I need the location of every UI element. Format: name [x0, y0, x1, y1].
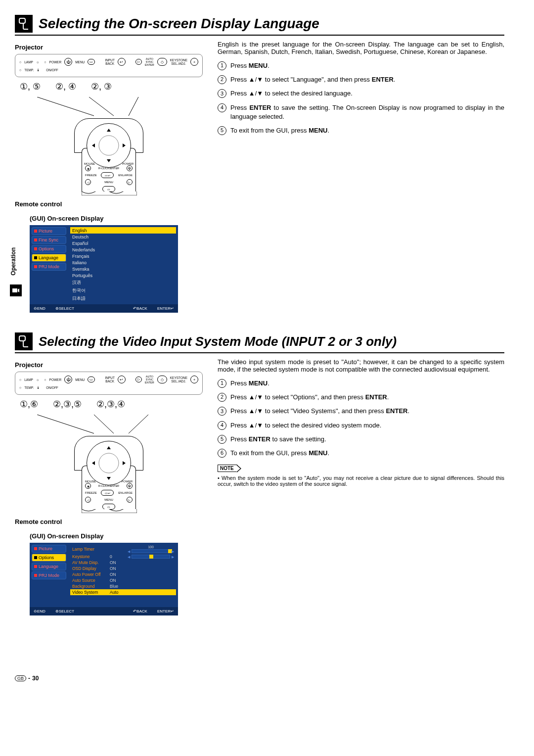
step-item: 3Press ▲/▼ to select the desired languag… — [218, 89, 504, 98]
step-text: Press ▲/▼ to select the desired video sy… — [230, 421, 504, 430]
step-item: 6To exit from the GUI, press MENU. — [218, 449, 504, 458]
seladj-button-icon: ◇ — [157, 58, 167, 66]
svg-rect-0 — [12, 288, 17, 292]
svg-marker-18 — [123, 461, 126, 465]
svg-marker-6 — [107, 129, 111, 132]
step-text: Press ▲/▼ to select the desired language… — [230, 89, 504, 98]
step-text: To exit from the GUI, press MENU. — [230, 126, 504, 135]
step-pointer-refs: ①,⑥ ②,③,⑤ ②,③,④ — [20, 399, 203, 410]
remote-illustration: MOUSE POWER ◉R-CLICK/ENTER⏻ FREEZE▭↩ENLA… — [59, 436, 158, 515]
gb-pill: GB — [15, 675, 26, 681]
gui-enter: ENTER↵ — [157, 306, 174, 311]
step-text: Press ▲/▼ to select "Language", and then… — [230, 75, 504, 84]
step-item: 4Press ▲/▼ to select the desired video s… — [218, 421, 504, 430]
gui-select: ⊜SELECT — [55, 306, 74, 311]
svg-marker-9 — [123, 143, 126, 147]
gui-screenshot-language: PictureFine SyncOptionsLanguagePRJ Mode … — [30, 225, 178, 313]
step-number: 2 — [218, 75, 226, 84]
gui-tab: Language — [32, 254, 66, 262]
page-number: 30 — [32, 675, 39, 682]
step-number: 3 — [218, 407, 226, 416]
svg-line-4 — [129, 97, 138, 116]
side-tab-icon — [10, 284, 22, 296]
step-number: 1 — [218, 61, 226, 70]
remote-title-icon — [15, 332, 33, 350]
projector-label: Projector — [15, 44, 203, 51]
gui-footer: ⊖END ⊜SELECT ↶BACK ENTER↵ — [30, 607, 178, 615]
step-text: Press ▲/▼ to select "Video Systems", and… — [230, 407, 504, 416]
step-pointer-refs: ①, ⑤ ②, ④ ②, ③ — [20, 81, 203, 92]
gui-end: ⊖END — [34, 609, 45, 614]
gui-language-item: 한국어 — [70, 286, 176, 294]
gui-enter: ENTER↵ — [157, 609, 174, 614]
svg-line-12 — [94, 415, 114, 433]
step-item: 2Press ▲/▼ to select "Options", and then… — [218, 393, 504, 402]
gui-option-row: Auto Power OffON — [70, 571, 176, 577]
step-number: 4 — [218, 103, 226, 112]
svg-line-11 — [37, 415, 94, 433]
autosync-button-icon: ▷ — [135, 59, 142, 65]
step-number: 4 — [218, 421, 226, 430]
menu-button-icon: ▭ — [88, 59, 95, 65]
gui-language-item: Deutsch — [70, 234, 176, 240]
gui-option-row: Keystone0◀▶ — [70, 554, 176, 560]
svg-marker-17 — [92, 461, 95, 465]
gui-end: ⊖END — [34, 306, 45, 311]
gui-language-item: 日本語 — [70, 294, 176, 302]
gui-tab: Picture — [32, 545, 66, 553]
gui-language-item: Svenska — [70, 266, 176, 272]
pointer-lines-icon — [15, 97, 203, 117]
gui-language-item: Español — [70, 240, 176, 246]
gui-language-item: Português — [70, 272, 176, 279]
step-item: 4Press ENTER to save the setting. The On… — [218, 103, 504, 121]
gui-select: ⊜SELECT — [55, 609, 74, 614]
svg-line-3 — [89, 97, 114, 116]
steps-list: 1Press MENU.2Press ▲/▼ to select "Langua… — [218, 61, 504, 135]
step-item: 1Press MENU. — [218, 61, 504, 70]
gui-label: (GUI) On-screen Display — [30, 532, 203, 540]
step-item: 5Press ENTER to save the setting. — [218, 435, 504, 444]
freeze-back-button-icon: ▭↩ — [101, 172, 114, 178]
gui-language-list: EnglishDeutschEspañolNederlandsFrançaisI… — [68, 225, 178, 304]
gui-tab: Language — [32, 563, 66, 570]
remote-label: Remote control — [15, 200, 203, 208]
gui-tab: PRJ Mode — [32, 571, 66, 579]
step-number: 5 — [218, 126, 226, 135]
plus-button-icon: + — [190, 58, 198, 66]
input-button-icon: ↩ — [118, 58, 126, 66]
gui-language-item: Nederlands — [70, 246, 176, 253]
step-number: 3 — [218, 89, 226, 98]
svg-marker-7 — [107, 159, 111, 162]
gui-language-item: 汉语 — [70, 279, 176, 286]
title-row: Selecting the On-screen Display Language — [15, 15, 504, 36]
note-item: When the system mode is set to "Auto", y… — [218, 475, 504, 487]
step-number: 6 — [218, 449, 226, 458]
torn-edge-icon — [82, 191, 137, 195]
pointer-lines-icon — [15, 415, 203, 434]
gui-tab: Options — [32, 554, 66, 562]
onoff-button-icon: ⏻ — [64, 58, 72, 66]
projector-illustration: ○LAMP☼ ○POWER ⏻ MENU ▭ INPUTBACK ↩ ▷ AUT… — [15, 54, 203, 77]
gui-options-list: Lamp Timer100◀▶Keystone0◀▶AV Mute Disp.O… — [68, 543, 178, 607]
intro-text: English is the preset language for the O… — [218, 41, 504, 55]
steps-list: 1Press MENU.2Press ▲/▼ to select "Option… — [218, 379, 504, 458]
section-title: Selecting the On-screen Display Language — [39, 16, 319, 32]
step-number: 2 — [218, 393, 226, 402]
gui-option-row: Auto SourceON — [70, 577, 176, 583]
gui-language-item: Italiano — [70, 259, 176, 266]
step-text: Press ▲/▼ to select "Options", and then … — [230, 393, 504, 402]
step-text: To exit from the GUI, press MENU. — [230, 449, 504, 458]
gui-language-item: English — [70, 227, 176, 234]
svg-marker-16 — [107, 477, 111, 480]
step-item: 2Press ▲/▼ to select "Language", and the… — [218, 75, 504, 84]
gui-tab: Picture — [32, 227, 66, 235]
step-text: Press MENU. — [230, 61, 504, 70]
note-list: When the system mode is set to "Auto", y… — [218, 475, 504, 487]
step-item: 1Press MENU. — [218, 379, 504, 388]
gui-language-item: Français — [70, 253, 176, 259]
side-tab-operation: Operation — [10, 247, 17, 276]
step-text: Press MENU. — [230, 379, 504, 388]
gui-option-row: BackgroundBlue — [70, 583, 176, 589]
svg-line-2 — [37, 97, 94, 116]
gui-sidebar: PictureFine SyncOptionsLanguagePRJ Mode — [30, 225, 68, 304]
